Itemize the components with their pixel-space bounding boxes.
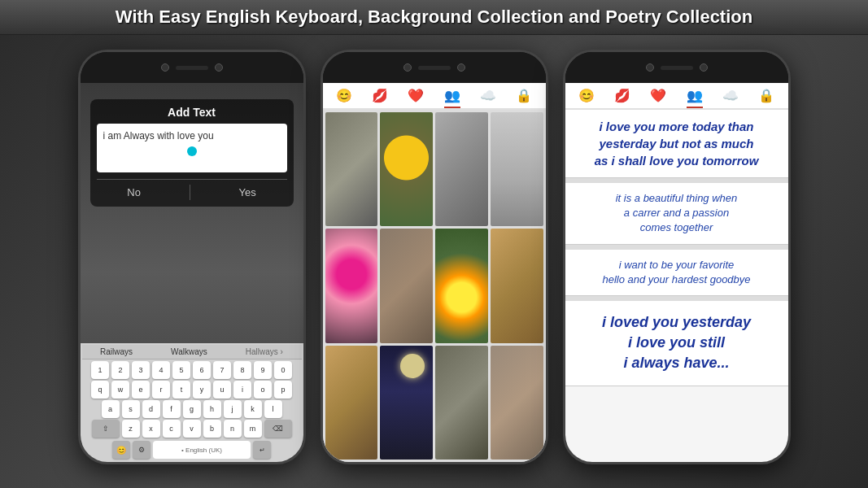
kb-key-d[interactable]: d <box>142 400 160 418</box>
tab-cloud-3[interactable]: ☁️ <box>722 88 739 108</box>
kb-key-c[interactable]: c <box>163 420 181 438</box>
tab-heart-2[interactable]: ❤️ <box>408 88 424 108</box>
kb-key-space[interactable]: • English (UK) <box>153 441 251 459</box>
kb-key-o[interactable]: o <box>254 381 272 399</box>
tab-emoji-3[interactable]: 😊 <box>578 88 595 108</box>
kb-key-q[interactable]: q <box>91 381 109 399</box>
kb-bottom-row: 😊 ⚙ • English (UK) ↵ <box>82 439 302 460</box>
phone-1-camera-2 <box>215 63 223 72</box>
kb-key-r[interactable]: r <box>152 381 170 399</box>
kb-row-zxcv: ⇧ z x c v b n m ⌫ <box>82 420 302 438</box>
kb-key-h[interactable]: h <box>203 400 221 418</box>
kb-key-v[interactable]: v <box>183 420 201 438</box>
dialog-buttons: No Yes <box>97 179 287 200</box>
kb-key-m[interactable]: m <box>244 420 262 438</box>
suggestion-3[interactable]: Hallways › <box>246 347 283 356</box>
kb-key-2[interactable]: 2 <box>111 361 129 379</box>
suggestion-1[interactable]: Railways <box>100 347 133 356</box>
kb-key-a[interactable]: a <box>102 400 120 418</box>
kb-key-t[interactable]: t <box>172 381 190 399</box>
gallery-cell-robots2[interactable] <box>325 346 378 460</box>
phone-1-top <box>81 52 303 83</box>
gallery-cell-rocks[interactable] <box>325 112 378 226</box>
phone-2-top <box>323 52 546 83</box>
kb-key-f[interactable]: f <box>163 400 181 418</box>
yes-button[interactable]: Yes <box>225 185 268 200</box>
kb-key-s[interactable]: s <box>122 400 140 418</box>
kb-key-shift[interactable]: ⇧ <box>92 420 120 438</box>
tab-lips-2[interactable]: 💋 <box>372 88 388 108</box>
kb-key-8[interactable]: 8 <box>233 361 251 379</box>
kb-key-n[interactable]: n <box>224 420 242 438</box>
kb-key-y[interactable]: y <box>193 381 211 399</box>
kb-key-3[interactable]: 3 <box>132 361 150 379</box>
kb-key-emoji[interactable]: 😊 <box>112 441 130 459</box>
phone-1-screen: Add Text i am Always with love you No Ye… <box>81 83 303 462</box>
header-title: With Easy English Keyboard, Background C… <box>8 7 860 28</box>
kb-key-7[interactable]: 7 <box>213 361 231 379</box>
phones-container: Add Text i am Always with love you No Ye… <box>62 35 807 488</box>
gallery-cell-distance[interactable] <box>491 112 543 226</box>
poetry-item-1[interactable]: i love you more today thanyesterday but … <box>565 110 788 178</box>
kb-key-1[interactable]: 1 <box>91 361 109 379</box>
kb-key-b[interactable]: b <box>203 420 221 438</box>
phone-2-screen: 😊 💋 ❤️ 👥 ☁️ 🔒 <box>323 83 546 462</box>
gallery-cell-vintage[interactable] <box>380 229 433 342</box>
no-button[interactable]: No <box>114 185 154 200</box>
poetry-item-2[interactable]: it is a beautiful thing whena carrer and… <box>565 183 788 245</box>
kb-key-0[interactable]: 0 <box>274 361 292 379</box>
kb-key-x[interactable]: x <box>142 420 160 438</box>
kb-key-k[interactable]: k <box>244 400 262 418</box>
tab-people-3[interactable]: 👥 <box>687 88 703 108</box>
poetry-text-2: it is a beautiful thing whena carrer and… <box>575 191 779 236</box>
kb-key-9[interactable]: 9 <box>254 361 272 379</box>
kb-key-j[interactable]: j <box>224 400 242 418</box>
suggestion-2[interactable]: Walkways <box>171 347 207 356</box>
kb-key-settings[interactable]: ⚙ <box>133 441 150 459</box>
tab-lock-3[interactable]: 🔒 <box>758 88 774 108</box>
app-tabs-2: 😊 💋 ❤️ 👥 ☁️ 🔒 <box>323 83 546 110</box>
kb-key-g[interactable]: g <box>183 400 201 418</box>
kb-row-asdf: a s d f g h j k l <box>82 400 302 418</box>
app-tabs-3: 😊 💋 ❤️ 👥 ☁️ 🔒 <box>565 83 788 110</box>
gallery-cell-moon[interactable] <box>380 346 433 460</box>
dialog-text: i am Always with love you <box>103 130 281 142</box>
phone-3-camera-2 <box>700 63 708 72</box>
gallery-cell-flower-yellow[interactable] <box>380 112 433 226</box>
phone-1-camera <box>161 63 169 72</box>
kb-key-p[interactable]: p <box>274 381 292 399</box>
kb-key-e[interactable]: e <box>132 381 150 399</box>
kb-key-l[interactable]: l <box>264 400 282 418</box>
kb-key-6[interactable]: 6 <box>193 361 211 379</box>
tab-emoji-2[interactable]: 😊 <box>336 88 352 108</box>
kb-key-enter[interactable]: ↵ <box>253 441 271 459</box>
kb-key-backspace[interactable]: ⌫ <box>264 420 292 438</box>
gallery-grid <box>323 110 546 462</box>
gallery-cell-pink-flower[interactable] <box>325 229 378 342</box>
gallery-cell-robot[interactable] <box>491 229 543 342</box>
kb-key-i[interactable]: i <box>233 381 251 399</box>
gallery-cell-sunflower[interactable] <box>435 229 488 342</box>
kb-key-4[interactable]: 4 <box>152 361 170 379</box>
tab-cloud-2[interactable]: ☁️ <box>480 88 496 108</box>
phone-3-screen: 😊 💋 ❤️ 👥 ☁️ 🔒 i love you more today than… <box>565 83 788 462</box>
kb-key-w[interactable]: w <box>111 381 129 399</box>
dialog-textbox[interactable]: i am Always with love you <box>97 124 287 172</box>
gallery-cell-rocks2[interactable] <box>435 346 488 460</box>
gallery-row-2 <box>325 229 543 342</box>
gallery-cell-vintage2[interactable] <box>491 346 543 460</box>
tab-lips-3[interactable]: 💋 <box>614 88 630 108</box>
phone-2-camera-2 <box>457 63 465 72</box>
kb-key-u[interactable]: u <box>213 381 231 399</box>
phone-2: 😊 💋 ❤️ 👥 ☁️ 🔒 <box>321 50 548 464</box>
poetry-item-3[interactable]: i want to be your favoritehello and your… <box>565 250 788 296</box>
tab-lock-2[interactable]: 🔒 <box>516 88 532 108</box>
button-separator <box>190 185 190 200</box>
gallery-cell-couple-bw[interactable] <box>435 112 488 226</box>
add-text-dialog: Add Text i am Always with love you No Ye… <box>90 99 294 207</box>
kb-key-z[interactable]: z <box>122 420 140 438</box>
tab-heart-3[interactable]: ❤️ <box>650 88 666 108</box>
tab-people-2[interactable]: 👥 <box>444 88 460 108</box>
kb-key-5[interactable]: 5 <box>172 361 190 379</box>
poetry-item-4[interactable]: i loved you yesterdayi love you stilli a… <box>565 301 788 386</box>
